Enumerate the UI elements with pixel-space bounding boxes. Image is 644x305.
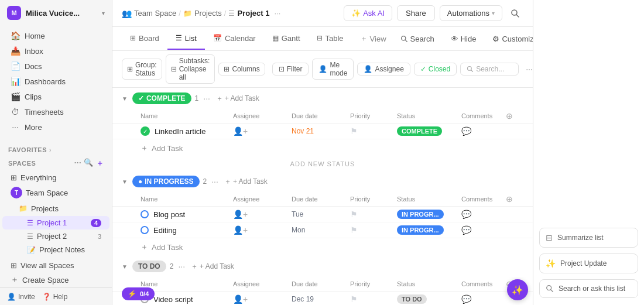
assignee-add-icon[interactable]: 👤+: [233, 225, 248, 235]
assignee-add-icon[interactable]: 👤+: [233, 210, 248, 219]
collapse-todo-icon[interactable]: ▼: [122, 263, 128, 270]
ai-panel: ⊟ Summarize list ✨ Project Update Search…: [533, 0, 644, 305]
hide-icon: 👁: [451, 35, 458, 43]
progress-bar[interactable]: ⚡ 0/4: [122, 287, 155, 300]
breadcrumb-team[interactable]: Team Space: [134, 9, 176, 18]
sidebar-item-create-space[interactable]: ＋ Create Space: [2, 272, 109, 287]
tab-list[interactable]: ☰ List: [167, 28, 205, 50]
add-task-label: + Add Task: [200, 262, 234, 270]
inprogress-add-task[interactable]: ＋ + Add Task: [224, 177, 268, 187]
columns-label: Columns: [232, 65, 259, 73]
sidebar-item-projects[interactable]: 📁 Projects ··· ＋: [2, 201, 109, 216]
progress-label: 0/4: [140, 290, 149, 297]
projects-add[interactable]: ＋: [93, 203, 101, 214]
closed-status-filter[interactable]: ✓ Closed: [414, 63, 457, 76]
spaces-search-icon[interactable]: 🔍: [84, 158, 94, 169]
table-row[interactable]: Blog post 👤+ Tue ⚑ IN PROGR... 💬: [112, 207, 533, 222]
ask-ai-button[interactable]: ✨ Ask AI: [344, 5, 392, 21]
gantt-tab-icon: ▦: [272, 34, 279, 42]
filter-search[interactable]: Search...: [460, 63, 519, 76]
topbar-dots[interactable]: ···: [274, 9, 280, 18]
assignee-add-icon[interactable]: 👤+: [233, 294, 248, 304]
complete-more-icon[interactable]: ···: [203, 94, 210, 103]
tab-board[interactable]: ⊞ Board: [122, 28, 167, 50]
sidebar-item-teamspace[interactable]: T Team Space ··· ＋: [2, 184, 109, 201]
sidebar-item-docs[interactable]: 📄 Docs: [2, 59, 109, 74]
breadcrumb-projects[interactable]: Projects: [194, 9, 222, 18]
teamspace-add[interactable]: ＋: [93, 187, 101, 198]
col-comments: Comments: [459, 194, 506, 204]
projects-more[interactable]: ···: [86, 203, 92, 214]
sidebar-item-home[interactable]: 🏠 Home: [2, 28, 109, 43]
sidebar-item-timesheets[interactable]: ⏱ Timesheets: [2, 104, 109, 119]
sidebar-item-project1[interactable]: ☰ Project 1 4: [2, 216, 109, 229]
filter-more-icon[interactable]: ···: [522, 63, 533, 76]
summarize-list-button[interactable]: ⊟ Summarize list: [539, 228, 638, 248]
tab-calendar[interactable]: 📅 Calendar: [205, 28, 264, 50]
collapse-complete-icon[interactable]: ▼: [122, 95, 128, 102]
add-task-row-complete[interactable]: ＋ Add Task: [112, 139, 533, 157]
filter-right: ⊡ Filter 👤 Me mode 👤 Assignee ✓ Closed S…: [272, 59, 533, 80]
automations-chevron-icon: ▾: [492, 10, 495, 16]
automations-button[interactable]: Automations ▾: [440, 5, 502, 21]
search-button[interactable]: Search: [395, 32, 440, 46]
tab-table[interactable]: ⊟ Table: [309, 28, 352, 50]
teamspace-more[interactable]: ···: [86, 187, 92, 198]
help-button[interactable]: ❓ Help: [42, 293, 68, 301]
collapse-inprogress-icon[interactable]: ▼: [122, 179, 128, 185]
sidebar-item-project-notes[interactable]: 📝 Project Notes: [2, 243, 109, 256]
inprogress-count: 2: [203, 177, 207, 186]
col-status: Status: [395, 279, 459, 289]
tabbar: ⊞ Board ☰ List 📅 Calendar ▦ Gantt ⊟ Tabl…: [112, 27, 533, 51]
tab-add-view[interactable]: ＋ View: [352, 28, 395, 50]
todo-label: TO DO: [138, 262, 160, 270]
filter-button[interactable]: ⊡ Filter: [272, 63, 309, 76]
workspace-name: Milica Vucice...: [26, 9, 97, 18]
table-row[interactable]: Video script 👤+ Dec 19 ⚑ TO DO 💬: [112, 292, 533, 305]
inprogress-circle-icon: [141, 226, 149, 234]
ai-chat-bubble[interactable]: ✨: [507, 279, 528, 300]
task-name: Editing: [153, 226, 177, 235]
add-task-row-inprogress[interactable]: ＋ Add Task: [112, 238, 533, 256]
task-list-content: ▼ ✓ COMPLETE 1 ··· ＋ + Add Task Name Ass…: [112, 88, 533, 305]
assignee-add-icon[interactable]: 👤+: [233, 126, 248, 136]
col-add[interactable]: ⊕: [506, 194, 523, 204]
assignee-filter[interactable]: 👤 Assignee: [357, 63, 410, 76]
sidebar-item-inbox[interactable]: 📥 Inbox: [2, 43, 109, 59]
table-row[interactable]: Editing 👤+ Mon ⚑ IN PROGR... 💬: [112, 222, 533, 238]
subtasks-filter[interactable]: ⊟ Subtasks: Collapse all: [166, 54, 215, 84]
sidebar-item-project2[interactable]: ☰ Project 2 3: [2, 229, 109, 243]
sidebar-item-clips[interactable]: 🎬 Clips: [2, 89, 109, 104]
customize-button[interactable]: ⚙ Customize: [487, 32, 533, 46]
breadcrumb-current[interactable]: Project 1: [237, 9, 269, 18]
col-add[interactable]: ⊕: [506, 111, 523, 121]
me-mode-button[interactable]: 👤 Me mode: [312, 59, 354, 80]
inprogress-circle-icon: [141, 210, 149, 218]
hide-button[interactable]: 👁 Hide: [445, 32, 482, 46]
complete-add-task[interactable]: ＋ + Add Task: [216, 94, 259, 104]
task-comments-cell: 💬: [459, 126, 506, 136]
search-ask-button[interactable]: Search or ask this list: [539, 279, 638, 298]
invite-button[interactable]: 👤 Invite: [7, 293, 35, 301]
spaces-add-icon[interactable]: ＋: [96, 158, 104, 169]
todo-add-task[interactable]: ＋ + Add Task: [191, 262, 234, 272]
topbar-search-icon[interactable]: [507, 5, 523, 22]
col-assignee: Assignee: [231, 111, 289, 121]
workspace-header[interactable]: M Milica Vucice... ▾: [0, 0, 112, 26]
sidebar-item-more[interactable]: ··· More: [2, 119, 109, 135]
spaces-more-icon[interactable]: ···: [74, 158, 81, 169]
sidebar-item-everything[interactable]: ⊞ Everything: [2, 171, 109, 184]
table-row[interactable]: ✓ LinkedIn article 👤+ Nov 21 ⚑ COMPLETE …: [112, 124, 533, 139]
sidebar-item-view-all[interactable]: ⊞ View all Spaces: [2, 259, 109, 272]
todo-more-icon[interactable]: ···: [178, 262, 185, 271]
sidebar-item-dashboards[interactable]: 📊 Dashboards: [2, 74, 109, 89]
inprogress-more-icon[interactable]: ···: [211, 177, 218, 186]
col-name: Name: [141, 279, 231, 289]
tab-gantt[interactable]: ▦ Gantt: [264, 28, 309, 50]
project-update-button[interactable]: ✨ Project Update: [539, 253, 638, 273]
me-icon: 👤: [318, 65, 327, 73]
add-new-status[interactable]: ADD NEW STATUS: [112, 157, 533, 171]
group-status-filter[interactable]: ⊞ Group: Status: [122, 59, 162, 80]
share-button[interactable]: Share: [397, 5, 435, 21]
columns-filter[interactable]: ⊞ Columns: [218, 63, 265, 76]
